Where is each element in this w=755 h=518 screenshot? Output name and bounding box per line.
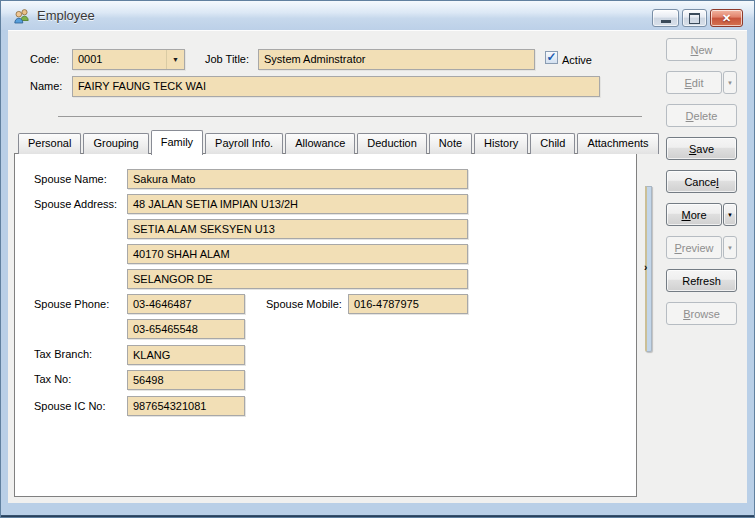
cancel-button-row: Cancel	[666, 170, 737, 193]
tax-no-label: Tax No:	[34, 373, 71, 385]
spouse-address-line3: 40170 SHAH ALAM	[133, 248, 230, 260]
employees-icon	[13, 8, 31, 24]
job-title-value: System Adminstrator	[264, 53, 365, 65]
titlebar[interactable]: Employee	[1, 1, 754, 30]
window-title: Employee	[37, 8, 95, 23]
tax-no-field[interactable]: 56498	[127, 370, 245, 390]
refresh-button-row: Refresh	[666, 269, 737, 292]
splitter-expand-icon[interactable]: ›	[644, 263, 647, 273]
more-button-row: More▼	[666, 203, 737, 226]
browse-button[interactable]: Browse	[666, 302, 737, 325]
check-icon: ✓	[546, 51, 556, 63]
job-title-field[interactable]: System Adminstrator	[258, 49, 535, 70]
combo-dropdown-icon[interactable]: ▼	[166, 50, 184, 69]
new-button-row: New	[666, 38, 737, 61]
more-button[interactable]: More	[666, 203, 722, 226]
preview-button[interactable]: Preview	[666, 236, 722, 259]
spouse-address-line1-field[interactable]: 48 JALAN SETIA IMPIAN U13/2H	[127, 194, 468, 214]
tab-child[interactable]: Child	[530, 133, 575, 154]
tab-grouping[interactable]: Grouping	[83, 133, 148, 154]
spouse-phone2-value: 03-65465548	[133, 323, 198, 335]
spouse-address-line2: SETIA ALAM SEKSYEN U13	[133, 223, 275, 235]
tax-no-value: 56498	[133, 374, 164, 386]
tab-personal[interactable]: Personal	[18, 133, 81, 154]
spouse-mobile-field[interactable]: 016-4787975	[348, 294, 468, 314]
maximize-button[interactable]	[682, 9, 707, 27]
browse-button-row: Browse	[666, 302, 737, 325]
job-title-label: Job Title:	[205, 53, 249, 65]
name-value: FAIRY FAUNG TECK WAI	[78, 80, 206, 92]
spouse-address-line4-field[interactable]: SELANGOR DE	[127, 269, 468, 289]
minimize-button[interactable]	[652, 9, 679, 27]
tab-payroll-info[interactable]: Payroll Info.	[205, 133, 283, 154]
refresh-button[interactable]: Refresh	[666, 269, 737, 292]
spouse-phone1-field[interactable]: 03-4646487	[127, 294, 245, 314]
tab-history[interactable]: History	[474, 133, 528, 154]
edit-button[interactable]: Edit	[666, 71, 722, 94]
close-icon: ✕	[722, 13, 731, 24]
name-label: Name:	[30, 80, 62, 92]
active-label: Active	[562, 54, 592, 66]
spouse-mobile-value: 016-4787975	[354, 298, 419, 310]
panel-splitter[interactable]: ›	[645, 186, 652, 352]
tab-note[interactable]: Note	[429, 133, 472, 154]
header-separator	[58, 116, 642, 117]
preview-button-row: Preview▼	[666, 236, 737, 259]
edit-button-row: Edit▼	[666, 71, 737, 94]
delete-button[interactable]: Delete	[666, 104, 737, 127]
edit-dropdown-button[interactable]: ▼	[723, 71, 737, 94]
spouse-name-value: Sakura Mato	[133, 173, 195, 185]
save-button[interactable]: Save	[666, 137, 737, 160]
spouse-name-field[interactable]: Sakura Mato	[127, 169, 468, 189]
tab-allowance[interactable]: Allowance	[285, 133, 355, 154]
tab-attachments[interactable]: Attachments	[577, 133, 658, 154]
spouse-phone-label: Spouse Phone:	[34, 298, 109, 310]
save-button-row: Save	[666, 137, 737, 160]
delete-button-row: Delete	[666, 104, 737, 127]
new-button[interactable]: New	[666, 38, 737, 61]
tabstrip: PersonalGroupingFamilyPayroll Info.Allow…	[18, 130, 661, 154]
minimize-icon	[661, 20, 671, 23]
spouse-address-line3-field[interactable]: 40170 SHAH ALAM	[127, 244, 468, 264]
name-field[interactable]: FAIRY FAUNG TECK WAI	[72, 76, 600, 97]
spouse-phone1-value: 03-4646487	[133, 298, 192, 310]
tab-deduction[interactable]: Deduction	[357, 133, 427, 154]
close-button[interactable]: ✕	[710, 9, 743, 27]
tax-branch-value: KLANG	[133, 349, 170, 361]
code-combobox[interactable]: 0001 ▼	[72, 49, 185, 70]
spouse-address-line1: 48 JALAN SETIA IMPIAN U13/2H	[133, 198, 298, 210]
code-label: Code:	[30, 53, 59, 65]
maximize-icon	[689, 13, 700, 24]
spouse-address-label: Spouse Address:	[34, 198, 117, 210]
cancel-button[interactable]: Cancel	[666, 170, 737, 193]
preview-dropdown-button[interactable]: ▼	[723, 236, 737, 259]
spouse-ic-value: 987654321081	[133, 400, 206, 412]
tax-branch-label: Tax Branch:	[34, 348, 92, 360]
spouse-mobile-label: Spouse Mobile:	[266, 298, 342, 310]
tab-family[interactable]: Family	[151, 130, 203, 155]
code-value: 0001	[78, 53, 102, 65]
spouse-phone2-field[interactable]: 03-65465548	[127, 319, 245, 339]
spouse-ic-label: Spouse IC No:	[34, 400, 106, 412]
spouse-ic-field[interactable]: 987654321081	[127, 396, 245, 416]
spouse-name-label: Spouse Name:	[34, 173, 107, 185]
active-checkbox[interactable]: ✓	[545, 51, 558, 64]
spouse-address-line2-field[interactable]: SETIA ALAM SEKSYEN U13	[127, 219, 468, 239]
more-dropdown-button[interactable]: ▼	[723, 203, 737, 226]
spouse-address-line4: SELANGOR DE	[133, 273, 212, 285]
tax-branch-field[interactable]: KLANG	[127, 345, 245, 365]
